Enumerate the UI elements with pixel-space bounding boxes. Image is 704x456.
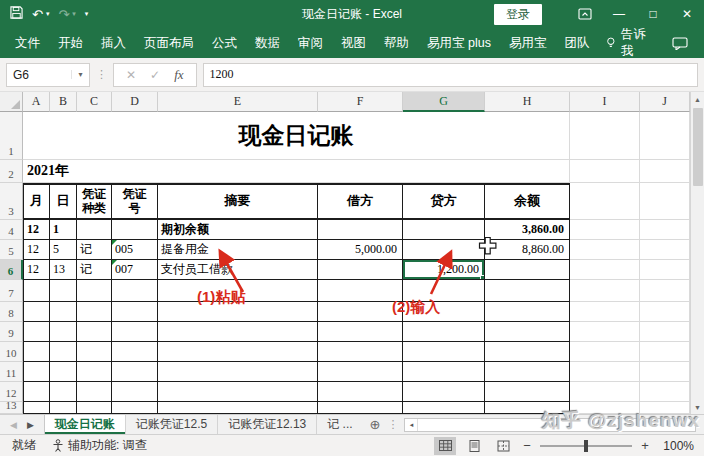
cell-c5[interactable]: 记 xyxy=(77,240,112,260)
cell[interactable] xyxy=(485,382,570,402)
column-header-a[interactable]: A xyxy=(23,92,50,112)
cell[interactable] xyxy=(640,402,690,414)
cell[interactable] xyxy=(23,302,50,322)
row-header-13[interactable]: 13 xyxy=(0,402,23,414)
select-all-button[interactable] xyxy=(0,92,23,112)
cell[interactable] xyxy=(112,302,158,322)
tab-file[interactable]: 文件 xyxy=(6,28,49,58)
view-page-break-button[interactable] xyxy=(492,437,514,455)
tab-review[interactable]: 审阅 xyxy=(289,28,332,58)
cell[interactable] xyxy=(485,342,570,362)
cell[interactable] xyxy=(318,280,403,302)
cell[interactable] xyxy=(158,382,318,402)
cell[interactable] xyxy=(77,280,112,302)
accessibility-status[interactable]: 辅助功能: 调查 xyxy=(52,437,147,454)
cell[interactable] xyxy=(570,402,640,414)
year-cell[interactable]: 2021年 xyxy=(23,160,570,183)
cell[interactable] xyxy=(570,362,640,382)
cell[interactable] xyxy=(318,402,403,414)
cell[interactable] xyxy=(77,382,112,402)
cell[interactable] xyxy=(77,362,112,382)
column-header-b[interactable]: B xyxy=(50,92,77,112)
row-header-10[interactable]: 10 xyxy=(0,342,23,362)
column-header-e[interactable]: E xyxy=(158,92,318,112)
close-button[interactable]: ✕ xyxy=(670,0,704,28)
cell-a6[interactable]: 12 xyxy=(23,260,50,280)
cell[interactable] xyxy=(50,280,77,302)
cell[interactable] xyxy=(570,220,640,240)
formula-input[interactable]: 1200 xyxy=(203,63,698,87)
tab-yiyongbao[interactable]: 易用宝 xyxy=(500,28,556,58)
cell[interactable] xyxy=(485,362,570,382)
cell-d4[interactable] xyxy=(112,220,158,240)
tab-data[interactable]: 数据 xyxy=(246,28,289,58)
cell[interactable] xyxy=(403,402,485,414)
cell[interactable] xyxy=(112,280,158,302)
row-header-4[interactable]: 4 xyxy=(0,220,23,240)
tab-page-layout[interactable]: 页面布局 xyxy=(135,28,203,58)
insert-function-icon[interactable]: fx xyxy=(174,67,183,83)
cell[interactable] xyxy=(112,342,158,362)
next-sheet-icon[interactable]: ▶ xyxy=(27,420,34,430)
scroll-up-icon[interactable]: ▲ xyxy=(691,92,704,106)
cell-e6[interactable]: 支付员工借款 xyxy=(158,260,318,280)
cell[interactable] xyxy=(403,362,485,382)
cell[interactable] xyxy=(570,302,640,322)
sheet-tab-truncated[interactable]: 记 ... xyxy=(317,415,362,434)
cell[interactable] xyxy=(403,382,485,402)
column-header-j[interactable]: J xyxy=(640,92,690,112)
cell[interactable] xyxy=(50,362,77,382)
cell[interactable] xyxy=(23,322,50,342)
name-box[interactable]: G6 ▾ xyxy=(6,63,90,87)
cell-f6[interactable] xyxy=(318,260,403,280)
cell[interactable] xyxy=(158,342,318,362)
row-header-2[interactable]: 2 xyxy=(0,160,23,183)
cell[interactable] xyxy=(485,302,570,322)
column-header-f[interactable]: F xyxy=(318,92,403,112)
header-voucher-no-cell[interactable]: 凭证 号 xyxy=(112,183,158,220)
row-header-6-selected[interactable]: 6 xyxy=(0,260,23,280)
cell[interactable] xyxy=(640,362,690,382)
cell[interactable] xyxy=(112,362,158,382)
cell[interactable] xyxy=(570,280,640,302)
tab-yiyongbao-plus[interactable]: 易用宝 plus xyxy=(418,28,500,58)
column-header-d[interactable]: D xyxy=(112,92,158,112)
maximize-button[interactable]: □ xyxy=(636,0,670,28)
cell[interactable] xyxy=(640,160,690,183)
cell-g4[interactable] xyxy=(403,220,485,240)
zoom-level-label[interactable]: 100% xyxy=(658,439,694,453)
cell[interactable] xyxy=(570,342,640,362)
tab-help[interactable]: 帮助 xyxy=(375,28,418,58)
cell[interactable] xyxy=(318,342,403,362)
cell[interactable] xyxy=(23,342,50,362)
cell[interactable] xyxy=(485,280,570,302)
save-icon[interactable] xyxy=(10,6,23,22)
column-header-g-selected[interactable]: G xyxy=(403,92,485,112)
undo-caret-icon[interactable]: ▾ xyxy=(46,10,50,18)
cell[interactable] xyxy=(23,280,50,302)
cell[interactable] xyxy=(50,342,77,362)
cell[interactable] xyxy=(318,362,403,382)
cell[interactable] xyxy=(112,402,158,414)
cell[interactable] xyxy=(570,260,640,280)
cell[interactable] xyxy=(77,342,112,362)
cell[interactable] xyxy=(23,362,50,382)
customize-qat-icon[interactable]: ▾ xyxy=(85,10,89,18)
name-box-dropdown-icon[interactable]: ▾ xyxy=(71,70,89,79)
cell[interactable] xyxy=(50,322,77,342)
scroll-left-icon[interactable]: ◂ xyxy=(405,419,418,431)
sheet-title-cell[interactable]: 现金日记账 xyxy=(23,112,570,160)
header-month-cell[interactable]: 月 xyxy=(23,183,50,220)
new-sheet-icon[interactable]: ⊕ xyxy=(363,415,388,434)
cell-g6-active[interactable]: 1,200.00 xyxy=(403,260,485,280)
cell[interactable] xyxy=(158,362,318,382)
zoom-out-icon[interactable]: − xyxy=(521,438,533,453)
ribbon-display-options-icon[interactable] xyxy=(568,0,602,28)
cell[interactable] xyxy=(50,402,77,414)
header-day-cell[interactable]: 日 xyxy=(50,183,77,220)
cell-b4[interactable]: 1 xyxy=(50,220,77,240)
cell[interactable] xyxy=(640,220,690,240)
cell[interactable] xyxy=(23,382,50,402)
view-normal-button[interactable] xyxy=(434,437,456,455)
minimize-button[interactable]: — xyxy=(602,0,636,28)
